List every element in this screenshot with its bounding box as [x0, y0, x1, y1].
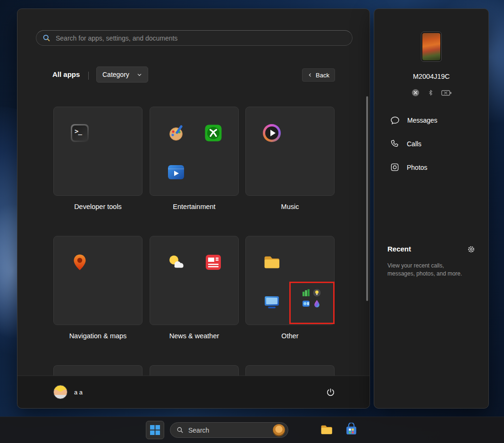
- category-tile-music[interactable]: [245, 107, 335, 196]
- category-tile-news-weather[interactable]: [150, 236, 239, 325]
- search-icon: [42, 34, 50, 42]
- category-tile-other[interactable]: [245, 236, 335, 325]
- start-search-bar[interactable]: [36, 30, 353, 46]
- category-label: Music: [245, 203, 335, 210]
- shortcut-label: Photos: [407, 164, 428, 171]
- start-button[interactable]: [146, 421, 164, 439]
- taskbar-search-label: Search: [188, 426, 209, 434]
- back-button[interactable]: Back: [302, 68, 335, 82]
- phone-link-panel: M2004J19C Messages Calls Photos Recent: [374, 8, 489, 409]
- recent-heading: Recent: [387, 245, 411, 253]
- search-icon: [176, 426, 184, 434]
- back-button-label: Back: [316, 72, 329, 79]
- category-label: Developer tools: [53, 203, 143, 210]
- taskbar-file-explorer-icon[interactable]: [320, 423, 333, 436]
- category-label: Other: [245, 332, 335, 340]
- phone-shortcut-messages[interactable]: Messages: [390, 116, 437, 125]
- windows-logo-icon: [150, 425, 160, 435]
- search-input[interactable]: [55, 34, 346, 42]
- taskbar-edge-icon[interactable]: [297, 423, 310, 436]
- user-name: a a: [74, 389, 83, 396]
- computer-icon: [263, 293, 281, 310]
- photos-icon: [390, 163, 399, 172]
- category-label: Entertainment: [150, 203, 239, 210]
- power-button[interactable]: [321, 383, 339, 401]
- phone-shortcut-photos[interactable]: Photos: [390, 163, 428, 172]
- taskbar: Search: [0, 417, 504, 443]
- phone-preview: [421, 32, 442, 62]
- terminal-icon: >_: [71, 124, 89, 142]
- power-icon: [326, 388, 335, 397]
- category-dropdown-label: Category: [102, 71, 129, 78]
- maps-icon: [71, 253, 89, 271]
- category-tile-entertainment[interactable]: [150, 107, 239, 196]
- category-tile-developer-tools[interactable]: >_: [53, 107, 143, 196]
- all-apps-heading: All apps: [52, 70, 80, 78]
- header-divider: [88, 72, 89, 80]
- gear-icon: [467, 245, 475, 253]
- xbox-icon: [204, 124, 222, 142]
- shortcut-label: Calls: [407, 140, 421, 148]
- weather-icon: [167, 253, 185, 271]
- chevron-left-icon: [308, 73, 312, 77]
- bluetooth-icon: [427, 89, 434, 97]
- recent-settings-button[interactable]: [465, 243, 477, 255]
- phone-shortcut-calls[interactable]: Calls: [390, 139, 421, 148]
- category-tile-navigation-maps[interactable]: [53, 236, 143, 325]
- highlight-box: [289, 282, 335, 324]
- paint-icon: [167, 124, 185, 142]
- user-avatar: [53, 385, 67, 399]
- calls-icon: [390, 139, 399, 148]
- shortcut-label: Messages: [407, 117, 437, 124]
- edge-icon: [300, 253, 318, 271]
- movies-tv-icon: [167, 163, 185, 181]
- recent-description: View your recent calls, messages, photos…: [387, 262, 470, 278]
- start-menu-footer: a a: [17, 376, 370, 408]
- phone-wallpaper-image: [422, 33, 440, 60]
- taskbar-search-box[interactable]: Search: [170, 422, 288, 438]
- folder-icon: [263, 253, 281, 271]
- category-label: News & weather: [150, 332, 239, 340]
- news-icon: [204, 253, 222, 271]
- device-name: M2004J19C: [374, 73, 488, 80]
- search-highlight-lion-icon[interactable]: [273, 424, 285, 436]
- taskbar-store-icon[interactable]: [344, 423, 358, 436]
- messages-icon: [390, 116, 400, 125]
- phone-status-row: [374, 88, 488, 97]
- start-menu: All apps Category Back >_: [17, 8, 370, 409]
- scrollbar-thumb[interactable]: [366, 96, 368, 301]
- category-dropdown[interactable]: Category: [96, 67, 148, 83]
- media-player-icon: [263, 124, 281, 142]
- chevron-down-icon: [137, 72, 142, 77]
- user-account-button[interactable]: a a: [47, 383, 89, 401]
- category-label: Navigation & maps: [53, 332, 143, 340]
- battery-unknown-icon: [441, 90, 452, 96]
- disconnected-icon: [411, 88, 420, 97]
